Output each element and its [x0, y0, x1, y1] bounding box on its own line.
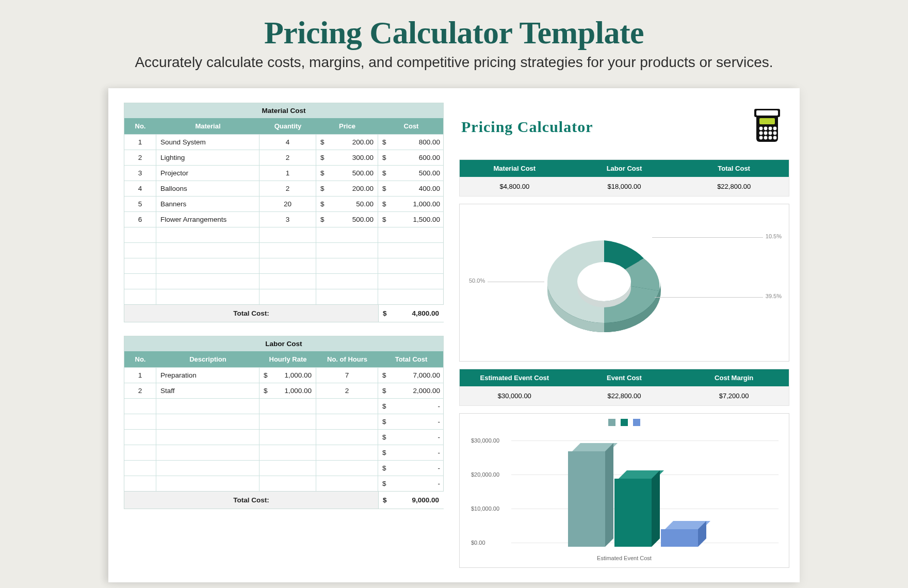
bar-chart: $30,000.00 $20,000.00 $10,000.00 $0.00 [459, 413, 789, 568]
bar-x-category: Estimated Event Cost [597, 555, 652, 561]
labor-table-header: No. Description Hourly Rate No. of Hours… [124, 351, 443, 367]
svg-point-14 [769, 136, 772, 140]
svg-point-4 [759, 127, 763, 130]
sum-material-val: $4,800.00 [460, 177, 570, 196]
svg-rect-2 [756, 110, 778, 116]
col-no: No. [124, 118, 156, 134]
cell-no: 3 [124, 166, 156, 181]
svg-point-6 [769, 127, 772, 130]
table-row-empty: $- [124, 429, 443, 445]
cell-cost: $600.00 [378, 150, 444, 165]
sum-total-val: $22,800.00 [679, 177, 789, 196]
labor-total-value: $9,000.00 [378, 492, 444, 509]
sum-margin-hdr: Cost Margin [679, 369, 789, 386]
col-quantity: Quantity [260, 118, 316, 134]
donut-chart: 10.5% 39.5% 50.0% [459, 204, 789, 362]
col-description: Description [156, 351, 260, 367]
material-table-header: No. Material Quantity Price Cost [124, 118, 443, 134]
cell-qty: 1 [260, 166, 316, 181]
bar-chart-legend [608, 419, 640, 426]
cell-material: Banners [156, 197, 260, 211]
cell-no: 1 [124, 135, 156, 150]
cell-no: 2 [124, 150, 156, 165]
cell-total-empty: $- [378, 461, 444, 476]
cell-qty: 3 [260, 212, 316, 227]
cell-no: 2 [124, 383, 156, 398]
page-title: Pricing Calculator Template [0, 0, 908, 51]
table-row: 2Lighting2$300.00$600.00 [124, 150, 443, 165]
col-price: Price [316, 118, 378, 134]
table-row-empty: $- [124, 398, 443, 414]
svg-point-8 [759, 132, 763, 135]
svg-point-17 [577, 262, 631, 301]
table-row: 5Banners20$50.00$1,000.00 [124, 196, 443, 211]
cell-qty: 2 [260, 150, 316, 165]
cell-desc: Preparation [156, 368, 260, 383]
cell-material: Lighting [156, 150, 260, 165]
cell-price: $200.00 [316, 181, 378, 196]
receipt-calculator-icon [747, 106, 787, 148]
svg-point-13 [764, 136, 768, 140]
material-cost-table: Material Cost No. Material Quantity Pric… [124, 103, 444, 322]
cell-total-empty: $- [378, 414, 444, 429]
col-total-cost: Total Cost [378, 351, 444, 367]
cell-rate: $1,000.00 [260, 368, 316, 383]
table-row: 2Staff$1,000.002$2,000.00 [124, 383, 443, 398]
cell-no: 6 [124, 212, 156, 227]
table-row: 6Flower Arrangements3$500.00$1,500.00 [124, 211, 443, 227]
cell-price: $500.00 [316, 212, 378, 227]
cell-price: $500.00 [316, 166, 378, 181]
labor-table-title: Labor Cost [124, 336, 443, 351]
cell-price: $50.00 [316, 197, 378, 211]
table-row-empty [124, 289, 443, 304]
cell-no: 1 [124, 368, 156, 383]
material-total-label: Total Cost: [124, 305, 378, 322]
bar-ytick-0: $30,000.00 [471, 437, 499, 444]
svg-point-11 [773, 132, 777, 135]
cell-total-empty: $- [378, 430, 444, 445]
table-row-empty: $- [124, 414, 443, 429]
donut-label-a: 10.5% [766, 233, 782, 239]
material-total-value: $4,800.00 [378, 305, 444, 322]
col-no: No. [124, 351, 156, 367]
table-row: 3Projector1$500.00$500.00 [124, 165, 443, 181]
labor-cost-table: Labor Cost No. Description Hourly Rate N… [124, 336, 444, 509]
cell-qty: 2 [260, 181, 316, 196]
sum-material-hdr: Material Cost [460, 160, 570, 177]
cell-total-empty: $- [378, 399, 444, 414]
cell-total: $7,000.00 [378, 368, 444, 383]
cell-cost: $400.00 [378, 181, 444, 196]
cell-total: $2,000.00 [378, 383, 444, 398]
table-row-empty [124, 242, 443, 258]
cell-material: Balloons [156, 181, 260, 196]
svg-point-12 [759, 136, 763, 140]
cell-rate: $1,000.00 [260, 383, 316, 398]
cell-material: Sound System [156, 135, 260, 150]
sum-labor-hdr: Labor Cost [570, 160, 679, 177]
table-row-empty [124, 258, 443, 273]
cell-price: $300.00 [316, 150, 378, 165]
sum-event-hdr: Event Cost [570, 369, 679, 386]
spreadsheet-preview: Material Cost No. Material Quantity Pric… [108, 88, 800, 582]
col-hourly-rate: Hourly Rate [260, 351, 316, 367]
cell-price: $200.00 [316, 135, 378, 150]
bar-ytick-1: $20,000.00 [471, 471, 499, 478]
cell-cost: $1,000.00 [378, 197, 444, 211]
sum-est-val: $30,000.00 [460, 386, 570, 405]
cell-desc: Staff [156, 383, 260, 398]
material-total-row: Total Cost: $4,800.00 [124, 304, 443, 322]
cell-qty: 20 [260, 197, 316, 211]
pricing-calculator-heading: Pricing Calculator [461, 118, 593, 136]
event-summary-table: Estimated Event Cost Event Cost Cost Mar… [459, 369, 789, 406]
svg-point-5 [764, 127, 768, 130]
svg-point-7 [773, 127, 777, 130]
svg-point-9 [764, 132, 768, 135]
cell-cost: $500.00 [378, 166, 444, 181]
table-row-empty [124, 273, 443, 289]
cell-cost: $800.00 [378, 135, 444, 150]
cell-material: Flower Arrangements [156, 212, 260, 227]
cell-total-empty: $- [378, 476, 444, 491]
labor-total-row: Total Cost: $9,000.00 [124, 491, 443, 509]
sum-est-hdr: Estimated Event Cost [460, 369, 570, 386]
table-row: 4Balloons2$200.00$400.00 [124, 181, 443, 196]
